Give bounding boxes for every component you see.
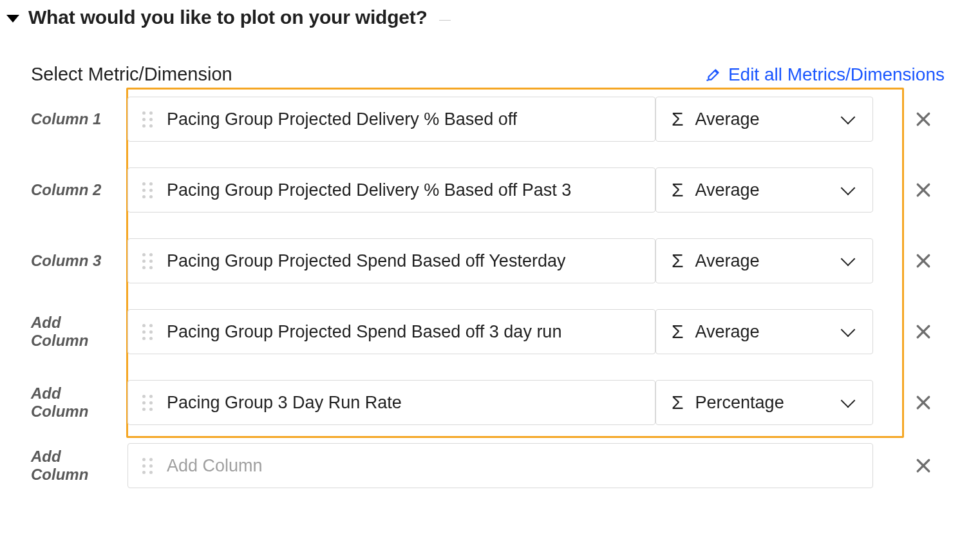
remove-row-button[interactable] [912, 454, 935, 477]
metric-value: Pacing Group Projected Spend Based off 3… [167, 322, 561, 342]
pencil-icon [705, 66, 722, 83]
chevron-down-icon [841, 323, 856, 337]
subheader-label: Select Metric/Dimension [31, 64, 232, 85]
edit-all-link-label: Edit all Metrics/Dimensions [728, 64, 945, 85]
chevron-down-icon [841, 110, 856, 125]
metric-row: Column 2 Pacing Group Projected Delivery… [31, 167, 945, 213]
aggregation-value: Average [695, 109, 760, 129]
remove-row-button[interactable] [912, 108, 935, 131]
subheader: Select Metric/Dimension Edit all Metrics… [31, 64, 945, 85]
chevron-down-icon [841, 252, 856, 267]
drag-handle-icon[interactable] [142, 111, 153, 128]
drag-handle-icon[interactable] [142, 324, 153, 340]
metric-placeholder: Add Column [167, 456, 263, 476]
edit-all-link[interactable]: Edit all Metrics/Dimensions [705, 64, 945, 85]
column-label: Column 2 [31, 181, 118, 199]
column-label: Add Column [31, 384, 118, 421]
metric-select[interactable]: Pacing Group 3 Day Run Rate [127, 380, 655, 425]
aggregation-select[interactable]: Σ Average [655, 167, 873, 213]
drag-handle-icon[interactable] [142, 182, 153, 198]
metric-select[interactable]: Add Column [127, 443, 873, 488]
remove-row-button[interactable] [912, 178, 935, 202]
metric-select[interactable]: Pacing Group Projected Delivery % Based … [127, 167, 655, 213]
aggregation-select[interactable]: Σ Percentage [655, 380, 873, 425]
drag-handle-icon[interactable] [142, 253, 153, 269]
aggregation-value: Average [695, 322, 760, 342]
remove-row-button[interactable] [912, 391, 935, 414]
metric-value: Pacing Group Projected Spend Based off Y… [167, 251, 565, 271]
section-title: What would you like to plot on your widg… [28, 6, 428, 28]
metric-row: Add Column Pacing Group Projected Spend … [31, 309, 945, 354]
aggregation-value: Average [695, 251, 760, 271]
column-label: Column 1 [31, 110, 118, 128]
chevron-down-icon [841, 181, 856, 196]
sigma-icon: Σ [672, 180, 684, 200]
chevron-down-icon [841, 394, 856, 408]
metric-row: Add Column Pacing Group 3 Day Run Rate Σ… [31, 380, 945, 425]
metric-row: Column 3 Pacing Group Projected Spend Ba… [31, 238, 945, 283]
metric-select[interactable]: Pacing Group Projected Spend Based off Y… [127, 238, 655, 283]
metric-rows: Column 1 Pacing Group Projected Delivery… [31, 97, 945, 488]
aggregation-value: Average [695, 180, 760, 200]
remove-row-button[interactable] [912, 249, 935, 272]
disclosure-toggle-icon[interactable] [6, 15, 19, 23]
column-label: Add Column [31, 314, 118, 350]
metric-select[interactable]: Pacing Group Projected Delivery % Based … [127, 97, 655, 142]
sigma-icon: Σ [672, 393, 684, 412]
metric-row: Add Column Add Column [31, 443, 945, 488]
metric-row: Column 1 Pacing Group Projected Delivery… [31, 97, 945, 142]
metric-select[interactable]: Pacing Group Projected Spend Based off 3… [127, 309, 655, 354]
column-label: Add Column [31, 448, 118, 484]
metric-value: Pacing Group 3 Day Run Rate [167, 393, 402, 413]
drag-handle-icon[interactable] [142, 458, 153, 474]
metric-value: Pacing Group Projected Delivery % Based … [167, 109, 517, 129]
sigma-icon: Σ [672, 109, 684, 129]
divider-line [439, 20, 451, 21]
remove-row-button[interactable] [912, 320, 935, 343]
section-header: What would you like to plot on your widg… [6, 6, 945, 28]
sigma-icon: Σ [672, 251, 684, 270]
sigma-icon: Σ [672, 322, 684, 341]
column-label: Column 3 [31, 252, 118, 270]
aggregation-select[interactable]: Σ Average [655, 238, 873, 283]
aggregation-value: Percentage [695, 393, 784, 413]
aggregation-select[interactable]: Σ Average [655, 309, 873, 354]
drag-handle-icon[interactable] [142, 395, 153, 411]
metric-value: Pacing Group Projected Delivery % Based … [167, 180, 571, 200]
aggregation-select[interactable]: Σ Average [655, 97, 873, 142]
